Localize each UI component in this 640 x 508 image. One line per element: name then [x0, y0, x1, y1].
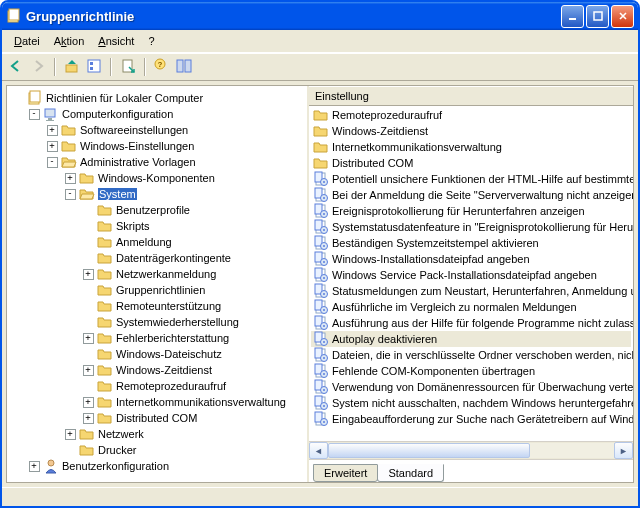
menu-view[interactable]: Ansicht	[92, 33, 140, 49]
list-item[interactable]: Autoplay deaktivieren	[311, 331, 631, 347]
expand-toggle[interactable]: +	[43, 138, 61, 154]
tree-item[interactable]: Skripts	[7, 218, 307, 234]
list-item[interactable]: System nicht ausschalten, nachdem Window…	[311, 395, 631, 411]
list-item-label: Remoteprozeduraufruf	[332, 109, 442, 121]
scroll-thumb[interactable]	[328, 443, 530, 458]
folder-icon	[97, 394, 113, 410]
horizontal-scrollbar[interactable]: ◄ ►	[309, 441, 633, 459]
setting-icon	[313, 363, 329, 379]
expand-toggle[interactable]: -	[25, 106, 43, 122]
folder-icon	[79, 186, 95, 202]
close-button[interactable]	[611, 5, 634, 28]
list-item[interactable]: Eingabeaufforderung zur Suche nach Gerät…	[311, 411, 631, 427]
back-button[interactable]	[8, 58, 24, 76]
folder-icon	[97, 362, 113, 378]
list-item[interactable]: Dateien, die in verschlüsselte Ordner ve…	[311, 347, 631, 363]
list-item[interactable]: Windows-Installationsdateipfad angeben	[311, 251, 631, 267]
list-item[interactable]: Remoteprozeduraufruf	[311, 107, 631, 123]
tree-item[interactable]: +Internetkommunikationsverwaltung	[7, 394, 307, 410]
expand-toggle[interactable]: +	[61, 170, 79, 186]
tree-user-config[interactable]: +Benutzerkonfiguration	[7, 458, 307, 474]
tree-item[interactable]: +Netzwerkanmeldung	[7, 266, 307, 282]
tree-printer[interactable]: Drucker	[7, 442, 307, 458]
tree-item[interactable]: Remoteprozeduraufruf	[7, 378, 307, 394]
menu-file[interactable]: Datei	[8, 33, 46, 49]
expand-toggle[interactable]: +	[79, 394, 97, 410]
expand-toggle[interactable]: +	[79, 330, 97, 346]
scroll-track[interactable]	[328, 443, 614, 458]
setting-icon	[313, 283, 329, 299]
tab-erweitert[interactable]: Erweitert	[313, 464, 378, 482]
show-hide-button[interactable]	[176, 58, 192, 76]
tree-item[interactable]: Benutzerprofile	[7, 202, 307, 218]
svg-point-82	[323, 421, 325, 423]
setting-icon	[313, 171, 329, 187]
tree-item[interactable]: Gruppenrichtlinien	[7, 282, 307, 298]
tree-software-settings[interactable]: +Softwareeinstellungen	[7, 122, 307, 138]
tree-item[interactable]: Remoteunterstützung	[7, 298, 307, 314]
menu-action[interactable]: Aktion	[48, 33, 91, 49]
tree-network[interactable]: +Netzwerk	[7, 426, 307, 442]
list-item[interactable]: Statusmeldungen zum Neustart, Herunterfa…	[311, 283, 631, 299]
tree-pane[interactable]: Richtlinien für Lokaler Computer-Compute…	[7, 86, 309, 482]
list-item[interactable]: Systemstatusdatenfeature in "Ereignispro…	[311, 219, 631, 235]
expand-toggle[interactable]: +	[79, 266, 97, 282]
help-button[interactable]: ?	[154, 58, 170, 76]
column-header-setting[interactable]: Einstellung	[309, 86, 633, 106]
list-item[interactable]: Fehlende COM-Komponenten übertragen	[311, 363, 631, 379]
list-item[interactable]: Verwendung von Domänenressourcen für Übe…	[311, 379, 631, 395]
list-item[interactable]: Windows-Zeitdienst	[311, 123, 631, 139]
forward-button	[30, 58, 46, 76]
svg-rect-1	[9, 9, 19, 20]
list-item[interactable]: Potentiell unsichere Funktionen der HTML…	[311, 171, 631, 187]
titlebar[interactable]: Gruppenrichtlinie	[2, 2, 638, 30]
list-item[interactable]: Bei der Anmeldung die Seite "Serververwa…	[311, 187, 631, 203]
tree-item[interactable]: Windows-Dateischutz	[7, 346, 307, 362]
folder-icon	[97, 266, 113, 282]
tree-item[interactable]: +Windows-Zeitdienst	[7, 362, 307, 378]
folder-icon	[97, 202, 113, 218]
expand-toggle[interactable]: -	[43, 154, 61, 170]
up-button[interactable]	[64, 58, 80, 76]
minimize-button[interactable]	[561, 5, 584, 28]
list-item[interactable]: Distributed COM	[311, 155, 631, 171]
tree-admin-templates[interactable]: -Administrative Vorlagen	[7, 154, 307, 170]
svg-rect-12	[185, 60, 191, 72]
expand-toggle[interactable]: +	[79, 362, 97, 378]
properties-button[interactable]	[86, 58, 102, 76]
list-item[interactable]: Windows Service Pack-Installationsdateip…	[311, 267, 631, 283]
maximize-button[interactable]	[586, 5, 609, 28]
menu-help[interactable]: ?	[142, 33, 160, 49]
scroll-left-button[interactable]: ◄	[309, 442, 328, 459]
setting-icon	[313, 251, 329, 267]
folder-icon	[97, 250, 113, 266]
tree-item[interactable]: +Fehlerberichterstattung	[7, 330, 307, 346]
tree-item[interactable]: Anmeldung	[7, 234, 307, 250]
tree-windows-components[interactable]: +Windows-Komponenten	[7, 170, 307, 186]
expand-toggle[interactable]: -	[61, 186, 79, 202]
settings-list[interactable]: RemoteprozeduraufrufWindows-ZeitdienstIn…	[309, 106, 633, 441]
export-button[interactable]	[120, 58, 136, 76]
list-item[interactable]: Internetkommunikationsverwaltung	[311, 139, 631, 155]
tree-root[interactable]: Richtlinien für Lokaler Computer	[7, 90, 307, 106]
svg-point-26	[323, 197, 325, 199]
tree-windows-settings[interactable]: +Windows-Einstellungen	[7, 138, 307, 154]
list-item[interactable]: Ereignisprotokollierung für Herunterfahr…	[311, 203, 631, 219]
tree-computer-config[interactable]: -Computerkonfiguration	[7, 106, 307, 122]
list-item-label: Ausführung aus der Hilfe für folgende Pr…	[332, 317, 633, 329]
tab-standard[interactable]: Standard	[377, 464, 444, 482]
list-item[interactable]: Beständigen Systemzeitstempel aktivieren	[311, 235, 631, 251]
list-item[interactable]: Ausführung aus der Hilfe für folgende Pr…	[311, 315, 631, 331]
expand-toggle[interactable]: +	[79, 410, 97, 426]
setting-icon	[313, 411, 329, 427]
tree-item[interactable]: Datenträgerkontingente	[7, 250, 307, 266]
tree-item[interactable]: +Distributed COM	[7, 410, 307, 426]
tree-item[interactable]: Systemwiederherstellung	[7, 314, 307, 330]
tree-system[interactable]: -System	[7, 186, 307, 202]
expand-toggle[interactable]: +	[43, 122, 61, 138]
svg-rect-2	[569, 18, 576, 20]
expand-toggle[interactable]: +	[25, 458, 43, 474]
list-item[interactable]: Ausführliche im Vergleich zu normalen Me…	[311, 299, 631, 315]
expand-toggle[interactable]: +	[61, 426, 79, 442]
scroll-right-button[interactable]: ►	[614, 442, 633, 459]
